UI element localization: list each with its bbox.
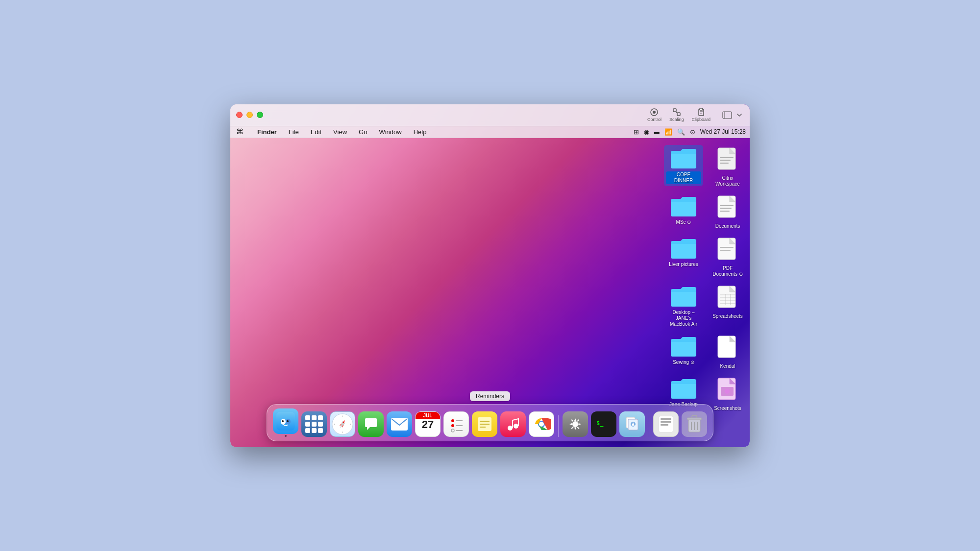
launchpad-dot: [305, 422, 310, 427]
desktop-icon-sewing[interactable]: Sewing ⊙: [664, 333, 703, 367]
dock-item-chrome[interactable]: [529, 411, 554, 437]
dock-item-notes[interactable]: [472, 411, 497, 437]
finder-app-icon: [273, 408, 298, 434]
dock-separator-2: [649, 415, 649, 437]
svg-point-57: [539, 422, 544, 427]
dock-separator: [558, 415, 559, 437]
dock-item-calendar[interactable]: JUL 27: [415, 411, 441, 437]
launchpad-dot: [318, 422, 323, 427]
folder-icon-msc: [670, 195, 697, 218]
dock-item-messages[interactable]: [358, 411, 384, 437]
icon-label-sewing: Sewing ⊙: [673, 359, 694, 365]
traffic-lights: [236, 112, 263, 118]
menubar-right: ⊞ ◉ ▬ 📶 🔍 ⊙ Wed 27 Jul 15:28: [634, 128, 746, 136]
siri-icon2[interactable]: ⊙: [690, 128, 695, 136]
svg-point-47: [451, 429, 454, 432]
scaling-icon-group[interactable]: Scaling: [669, 108, 684, 122]
dock-item-launchpad[interactable]: [301, 411, 327, 437]
icon-label-documents: Documents: [715, 223, 740, 229]
minimize-button[interactable]: [246, 112, 253, 118]
menubar-left: ⌘ Finder File Edit View Go Window Help: [234, 126, 428, 137]
clipboard-icon-group[interactable]: Clipboard: [691, 108, 710, 122]
desktop-icon-liver-pictures[interactable]: Liver pictures: [664, 235, 703, 269]
desktop-icon-pdf-documents[interactable]: PDF Documents ⊙: [708, 235, 747, 279]
folder-icon-liver-pictures: [670, 237, 697, 261]
svg-point-43: [451, 419, 454, 422]
folder-icon-desktop-jane: [670, 285, 697, 309]
launchpad-app-icon: [301, 411, 327, 437]
music-app-icon: [500, 411, 526, 437]
search-icon[interactable]: 🔍: [677, 128, 685, 136]
dock-item-trash[interactable]: [682, 411, 707, 437]
dock-item-pdf[interactable]: [653, 411, 679, 437]
desktop-icon-citrix[interactable]: Citrix Workspace: [708, 145, 747, 189]
preview-app-icon: [619, 411, 645, 437]
icon-label-liver-pictures: Liver pictures: [669, 262, 698, 267]
desktop: COPE DINNER Citrix Workspace: [230, 138, 750, 447]
svg-rect-17: [720, 208, 732, 209]
svg-rect-67: [661, 424, 668, 426]
dock-item-reminders[interactable]: [443, 411, 469, 437]
system-prefs-app-icon: [563, 411, 588, 437]
dock-item-system-prefs[interactable]: [563, 411, 588, 437]
control-icon-group[interactable]: Control: [647, 108, 662, 122]
calendar-day: 27: [422, 419, 434, 430]
menu-go[interactable]: Go: [357, 127, 369, 137]
clipboard-label: Clipboard: [691, 117, 710, 122]
wifi-icon[interactable]: 📶: [664, 128, 672, 136]
icon-row-1: COPE DINNER Citrix Workspace: [662, 143, 750, 191]
file-icon-documents: [716, 195, 739, 222]
battery-icon[interactable]: ▬: [654, 129, 660, 135]
scaling-label: Scaling: [669, 117, 684, 122]
svg-point-54: [514, 424, 518, 429]
messages-app-icon: [358, 411, 384, 437]
dock-item-terminal[interactable]: $_: [591, 411, 616, 437]
file-icon-pdf-documents: [716, 237, 739, 264]
dock-item-music[interactable]: [500, 411, 526, 437]
menu-finder[interactable]: Finder: [255, 127, 279, 137]
svg-rect-9: [723, 112, 732, 119]
menu-window[interactable]: Window: [377, 127, 403, 137]
file-icon-spreadsheets: [716, 285, 739, 312]
desktop-icon-screenshots[interactable]: Screenshots: [708, 375, 747, 413]
control-center-icon[interactable]: ⊞: [634, 128, 639, 136]
icon-row-5: Sewing ⊙ Kendal: [662, 331, 750, 373]
desktop-icon-kendal[interactable]: Kendal: [708, 333, 747, 371]
file-icon-kendal: [716, 335, 739, 362]
menu-help[interactable]: Help: [412, 127, 429, 137]
dock-item-finder[interactable]: [273, 408, 298, 437]
desktop-icon-desktop-jane[interactable]: Desktop – JANE's MacBook Air: [664, 283, 703, 329]
dock-item-preview[interactable]: [619, 411, 645, 437]
icon-row-2: MSc ⊙ Documents: [662, 191, 750, 233]
dock-item-mail[interactable]: [387, 411, 412, 437]
safari-app-icon: [330, 411, 355, 437]
menubar: ⌘ Finder File Edit View Go Window Help ⊞…: [230, 126, 750, 138]
siri-icon[interactable]: ◉: [644, 128, 649, 136]
icon-label-kendal: Kendal: [720, 363, 735, 369]
svg-rect-12: [720, 157, 734, 158]
dock-tooltip: Reminders: [470, 391, 510, 401]
svg-rect-66: [661, 421, 671, 423]
svg-rect-14: [720, 163, 729, 164]
desktop-icon-documents[interactable]: Documents: [708, 193, 747, 231]
finder-window: Control Scaling Clipboard: [230, 104, 750, 447]
control-icon: [650, 108, 659, 117]
desktop-icon-msc[interactable]: MSc ⊙: [664, 193, 703, 227]
close-button[interactable]: [236, 112, 243, 118]
svg-rect-33: [276, 412, 295, 431]
menu-file[interactable]: File: [287, 127, 301, 137]
icon-label-desktop-jane: Desktop – JANE's MacBook Air: [666, 310, 701, 327]
terminal-app-icon: $_: [591, 411, 616, 437]
menu-view[interactable]: View: [331, 127, 349, 137]
icon-label-msc: MSc ⊙: [676, 219, 691, 225]
svg-point-1: [653, 111, 656, 114]
apple-menu[interactable]: ⌘: [234, 126, 245, 137]
desktop-icon-cope-dinner[interactable]: COPE DINNER: [664, 145, 703, 186]
launchpad-dot: [312, 415, 317, 420]
maximize-button[interactable]: [257, 112, 263, 118]
chrome-app-icon: [529, 411, 554, 437]
desktop-icon-spreadsheets[interactable]: Spreadsheets: [708, 283, 747, 321]
dock-item-safari[interactable]: [330, 411, 355, 437]
menu-edit[interactable]: Edit: [309, 127, 323, 137]
svg-rect-13: [720, 160, 731, 161]
